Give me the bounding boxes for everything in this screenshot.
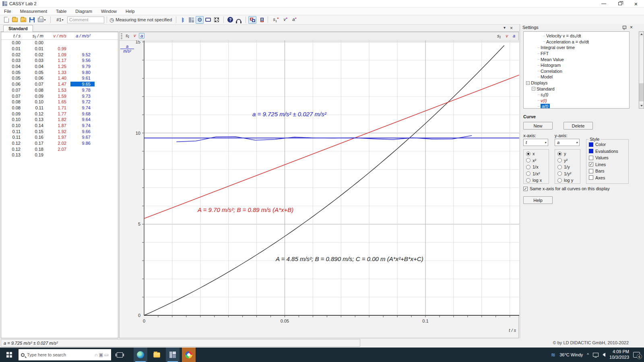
tree-item[interactable]: ┄Correlation bbox=[524, 68, 629, 74]
table-row[interactable]: 0.100.131.829.64 bbox=[1, 117, 118, 123]
col-header-t[interactable]: t / s bbox=[1, 33, 25, 38]
table-cell[interactable]: 0.11 bbox=[25, 105, 47, 110]
menu-diagram[interactable]: Diagram bbox=[75, 9, 92, 14]
tree-item[interactable]: ┄v(t) bbox=[524, 98, 629, 104]
col-header-a[interactable]: a / m/s² bbox=[70, 33, 95, 38]
table-row[interactable]: 0.070.091.599.73 bbox=[1, 93, 118, 99]
lines-checkbox[interactable]: ✓ bbox=[589, 162, 593, 167]
table-cell[interactable]: 0.08 bbox=[1, 105, 25, 110]
taskbar-explorer[interactable] bbox=[150, 348, 163, 362]
tree-item[interactable]: ┄s₁(t) bbox=[524, 92, 629, 98]
table-cell[interactable]: 1.71 bbox=[47, 105, 70, 110]
curve-tab-a[interactable]: a bbox=[139, 33, 144, 39]
notification-icon[interactable]: 6 bbox=[633, 352, 640, 358]
print-dropdown-arrow[interactable]: ▾ bbox=[44, 18, 45, 22]
table-row[interactable]: 0.000.00 bbox=[1, 40, 118, 46]
y-scale-radio[interactable] bbox=[557, 171, 562, 176]
table-row[interactable]: 0.060.071.479.65 bbox=[1, 81, 118, 87]
table-cell[interactable]: 9.79 bbox=[70, 64, 95, 69]
table-cell[interactable]: 9.61 bbox=[70, 76, 95, 80]
table-row[interactable]: 0.030.031.179.56 bbox=[1, 58, 118, 64]
table-cell[interactable]: 0.19 bbox=[25, 152, 47, 157]
table-cell[interactable]: 0.05 bbox=[25, 70, 47, 75]
table-cell[interactable]: 2.02 bbox=[47, 141, 70, 146]
plot-area[interactable]: a m/s² 00.050.1051015 a = 9.725 m/s² ± 0… bbox=[120, 41, 519, 338]
y-scale-radio[interactable] bbox=[557, 165, 562, 169]
append-file-button[interactable] bbox=[19, 16, 27, 24]
table-row[interactable]: 0.050.061.409.61 bbox=[1, 75, 118, 81]
scroll-thumb[interactable] bbox=[639, 83, 644, 101]
table-cell[interactable]: 0.09 bbox=[25, 94, 47, 99]
table-cell[interactable]: 2.07 bbox=[47, 147, 70, 152]
help-button[interactable]: Help bbox=[523, 196, 553, 204]
table-row[interactable]: 0.020.021.099.52 bbox=[1, 51, 118, 58]
table-cell[interactable]: 1.87 bbox=[47, 123, 70, 128]
weather-icon[interactable]: ≋ bbox=[551, 352, 555, 358]
table-cell[interactable]: 0.01 bbox=[1, 46, 25, 51]
table-cell[interactable]: 0.09 bbox=[1, 111, 25, 116]
table-cell[interactable]: 9.78 bbox=[70, 88, 95, 93]
y-scale-option[interactable]: y bbox=[555, 150, 580, 157]
table-cell[interactable]: 1.33 bbox=[47, 70, 70, 75]
volume-icon[interactable] bbox=[603, 353, 605, 357]
table-cell[interactable]: 0.03 bbox=[1, 58, 25, 63]
table-cell[interactable]: 0.11 bbox=[1, 135, 25, 140]
table-cell[interactable]: 0.02 bbox=[25, 52, 47, 57]
table-cell[interactable]: 1.47 bbox=[47, 82, 70, 86]
measurement-number-dropdown[interactable]: #1 ▾ bbox=[53, 16, 67, 24]
new-file-button[interactable] bbox=[2, 16, 10, 24]
table-cell[interactable]: 1.97 bbox=[47, 135, 70, 140]
table-cell[interactable]: 1.59 bbox=[47, 94, 70, 99]
tree-item[interactable]: ┄FFT bbox=[524, 51, 629, 57]
table-cell[interactable]: 0.12 bbox=[1, 147, 25, 152]
tree-scrollbar[interactable] bbox=[639, 31, 644, 109]
style-axes[interactable]: Axes bbox=[586, 175, 628, 181]
fit-annotation-linear[interactable]: A = 9.70 m/s²; B = 0.89 m/s (A*x+B) bbox=[198, 206, 293, 213]
tree-expander-icon[interactable]: − bbox=[526, 81, 530, 85]
table-row[interactable]: 0.130.19 bbox=[1, 152, 118, 158]
table-cell[interactable]: 0.00 bbox=[1, 40, 25, 45]
table-cell[interactable]: 0.15 bbox=[25, 129, 47, 134]
y-scale-radio[interactable] bbox=[557, 158, 562, 162]
col-header-v[interactable]: v / m/s bbox=[47, 33, 70, 38]
x-scale-radio[interactable] bbox=[526, 158, 530, 162]
table-row[interactable]: 0.120.172.029.86 bbox=[1, 140, 118, 146]
taskbar-creative-cloud[interactable] bbox=[182, 348, 196, 362]
settings-close-icon[interactable]: × bbox=[630, 25, 633, 30]
tree-item[interactable]: ┄Mean Value bbox=[524, 56, 629, 62]
table-cell[interactable]: 0.07 bbox=[25, 82, 47, 86]
table-cell[interactable]: 0.03 bbox=[25, 58, 47, 63]
x-scale-radio[interactable] bbox=[526, 152, 530, 156]
y-scale-option[interactable]: log y bbox=[555, 177, 580, 184]
curve-new-button[interactable]: New bbox=[523, 122, 553, 130]
table-cell[interactable]: 1.09 bbox=[47, 52, 70, 57]
table-row[interactable]: 0.120.182.07 bbox=[1, 146, 118, 152]
table-cell[interactable]: 0.06 bbox=[25, 76, 47, 80]
tree-item[interactable]: ┄Model bbox=[524, 74, 629, 80]
table-cell[interactable]: 9.64 bbox=[70, 117, 95, 122]
window-link-button[interactable] bbox=[257, 16, 265, 24]
scroll-up-button[interactable] bbox=[639, 32, 644, 37]
table-cell[interactable]: 0.10 bbox=[1, 123, 25, 128]
curve-tab-v[interactable]: v bbox=[132, 33, 137, 38]
table-cell[interactable]: 0.01 bbox=[25, 46, 47, 51]
table-cell[interactable]: 9.68 bbox=[70, 111, 95, 116]
open-file-button[interactable] bbox=[11, 16, 19, 24]
table-cell[interactable]: 9.80 bbox=[70, 70, 95, 75]
comment-input[interactable] bbox=[67, 16, 104, 23]
x-scale-radio[interactable] bbox=[526, 165, 530, 169]
axes-checkbox[interactable] bbox=[589, 175, 593, 180]
style-evaluations[interactable]: Evaluations bbox=[586, 148, 628, 155]
table-cell[interactable]: 0.13 bbox=[1, 152, 25, 157]
table-row[interactable]: 0.070.081.539.78 bbox=[1, 87, 118, 93]
table-row[interactable]: 0.010.010.99 bbox=[1, 46, 118, 52]
x-axis-combo[interactable]: t ▾ bbox=[523, 139, 548, 146]
table-cell[interactable]: 0.05 bbox=[1, 76, 25, 80]
settings-button[interactable]: ⚙ bbox=[196, 16, 204, 24]
menu-table[interactable]: Table bbox=[56, 9, 66, 14]
task-view-button[interactable] bbox=[113, 348, 126, 362]
y-axis-combo[interactable]: a ▾ bbox=[555, 139, 580, 146]
table-cell[interactable]: 1.25 bbox=[47, 64, 70, 69]
y-scale-option[interactable]: 1/y bbox=[555, 164, 580, 171]
table-cell[interactable]: 0.08 bbox=[25, 88, 47, 93]
